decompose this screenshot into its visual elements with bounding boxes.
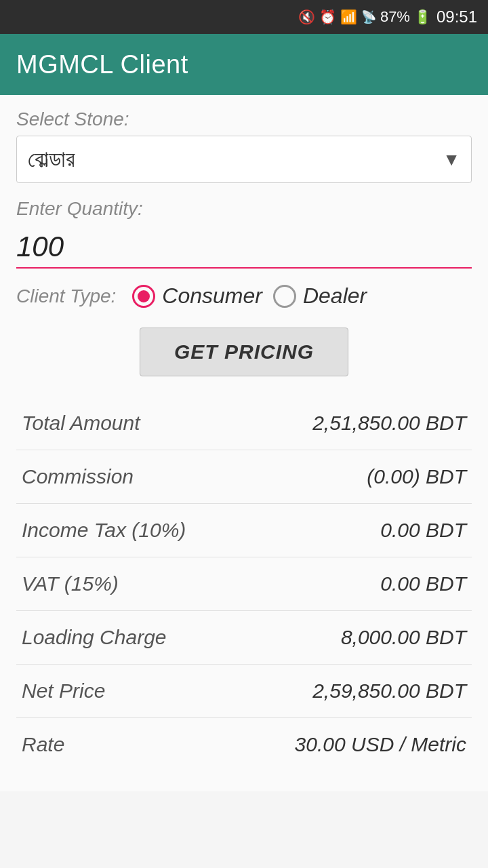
battery-icon: 🔋	[414, 9, 431, 25]
app-title: MGMCL Client	[16, 50, 188, 79]
net-price-row: Net Price 2,59,850.00 BDT	[16, 665, 472, 718]
results-section: Total Amount 2,51,850.00 BDT Commission …	[16, 397, 472, 771]
income-tax-label: Income Tax (10%)	[22, 519, 186, 542]
loading-charge-value: 8,000.00 BDT	[341, 626, 466, 649]
income-tax-row: Income Tax (10%) 0.00 BDT	[16, 504, 472, 557]
status-bar: 🔇 ⏰ 📶 📡 87% 🔋 09:51	[0, 0, 488, 34]
wifi-icon: 📶	[340, 9, 357, 25]
app-bar: MGMCL Client	[0, 34, 488, 95]
net-price-label: Net Price	[22, 679, 105, 703]
consumer-radio-circle[interactable]	[132, 285, 155, 308]
select-stone-section: Select Stone: বোল্ডার ▼	[16, 108, 472, 183]
vat-value: 0.00 BDT	[380, 572, 466, 595]
vat-label: VAT (15%)	[22, 572, 119, 595]
client-type-section: Client Type: Consumer Dealer	[16, 283, 472, 309]
stone-dropdown[interactable]: বোল্ডার ▼	[16, 136, 472, 183]
status-icons: 🔇 ⏰ 📶 📡 87% 🔋	[298, 8, 431, 26]
loading-charge-row: Loading Charge 8,000.00 BDT	[16, 611, 472, 665]
quantity-label: Enter Quantity:	[16, 198, 472, 220]
rate-row: Rate 30.00 USD / Metric	[16, 718, 472, 771]
dealer-radio-label: Dealer	[303, 283, 367, 309]
quantity-input[interactable]	[16, 225, 472, 269]
dealer-radio[interactable]: Dealer	[273, 283, 367, 309]
rate-value: 30.00 USD / Metric	[295, 733, 466, 756]
consumer-radio-label: Consumer	[162, 283, 262, 309]
vat-row: VAT (15%) 0.00 BDT	[16, 557, 472, 611]
get-pricing-button[interactable]: GET PRICING	[140, 328, 348, 376]
chevron-down-icon: ▼	[443, 149, 460, 170]
stone-dropdown-value: বোল্ডার	[28, 146, 75, 173]
total-amount-row: Total Amount 2,51,850.00 BDT	[16, 397, 472, 450]
mute-icon: 🔇	[298, 9, 315, 25]
commission-value: (0.00) BDT	[367, 465, 466, 488]
battery-percent: 87%	[380, 8, 410, 26]
rate-label: Rate	[22, 733, 64, 756]
loading-charge-label: Loading Charge	[22, 626, 167, 649]
commission-label: Commission	[22, 465, 134, 488]
main-content: Select Stone: বোল্ডার ▼ Enter Quantity: …	[0, 95, 488, 791]
select-stone-label: Select Stone:	[16, 108, 472, 130]
quantity-input-wrapper	[16, 225, 472, 269]
net-price-value: 2,59,850.00 BDT	[312, 679, 466, 703]
status-time: 09:51	[436, 7, 477, 26]
quantity-section: Enter Quantity:	[16, 198, 472, 269]
total-amount-label: Total Amount	[22, 412, 140, 435]
dealer-radio-circle[interactable]	[273, 285, 296, 308]
signal-icon: 📡	[361, 9, 376, 24]
total-amount-value: 2,51,850.00 BDT	[312, 412, 466, 435]
consumer-radio[interactable]: Consumer	[132, 283, 262, 309]
income-tax-value: 0.00 BDT	[380, 519, 466, 542]
alarm-icon: ⏰	[319, 9, 336, 25]
commission-row: Commission (0.00) BDT	[16, 450, 472, 504]
client-type-label: Client Type:	[16, 285, 116, 307]
